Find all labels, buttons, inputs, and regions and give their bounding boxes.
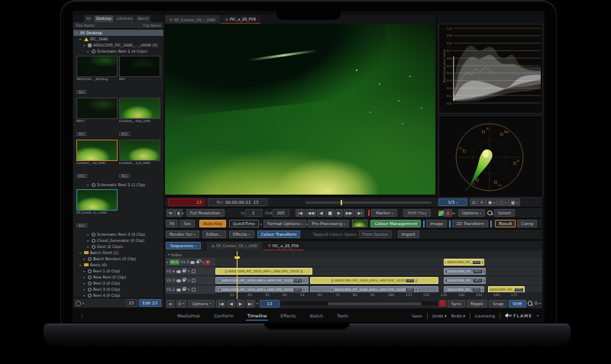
scrollbar-thumb[interactable] (328, 302, 422, 305)
sequence-tab[interactable]: ⚠SP_Conten_03_r_UHD (207, 242, 262, 250)
result-button[interactable]: Result (495, 220, 516, 227)
layout-2-button[interactable]: ◻ (497, 198, 509, 206)
tree-caret-icon[interactable]: ▾ (83, 282, 86, 285)
opacity-icon[interactable]: % (187, 279, 190, 282)
tree-caret-icon[interactable]: ▾ (83, 275, 86, 279)
undo-button[interactable]: Undo ▾ (432, 314, 447, 318)
tree-item[interactable]: ▾Schematic Reel 1 (4 Clips) (73, 48, 163, 54)
ripple-button[interactable]: Ripple (467, 300, 487, 308)
tree-caret-icon[interactable]: ▾ (76, 31, 79, 35)
track-header[interactable]: V1.4% (165, 267, 215, 275)
media-tab-desktop[interactable]: Desktop (94, 15, 114, 22)
fx-node-image[interactable]: Image (426, 220, 447, 227)
edit-fps-button[interactable]: Edit 23 (139, 299, 161, 307)
tree-caret-icon[interactable]: ▾ (79, 263, 82, 267)
fx-node-handle[interactable] (449, 221, 451, 227)
tree-item[interactable]: ▾Reel 1 (0 Clip) (73, 268, 163, 274)
timeline-clip[interactable]: A001C005_PIC_MOV (444, 268, 486, 275)
media-thumbnail[interactable]: REF (119, 56, 160, 96)
clip-handle-right[interactable] (302, 288, 306, 292)
tree-caret-icon[interactable]: ▾ (87, 239, 90, 243)
track-lane[interactable]: A001C005_PIC_MOV (215, 258, 542, 266)
clip-handle-left[interactable] (488, 288, 489, 292)
clip-handle-left[interactable] (218, 288, 221, 292)
tree-item[interactable]: ▾Batch Renders (0 Clip) (73, 256, 163, 262)
timeline-clip[interactable]: A001C005_PIC_1040_ADFx_v003 [PIC_1020]MO… (310, 277, 438, 284)
clip-handle-left[interactable] (225, 269, 228, 274)
media-tab-all[interactable]: All (84, 15, 93, 22)
tree-caret-icon[interactable]: ▾ (83, 269, 86, 273)
in-field[interactable]: 1 (245, 209, 262, 217)
clip-handle-left[interactable] (445, 269, 448, 274)
track-option-box[interactable] (192, 279, 196, 282)
tree-item[interactable]: ▾Dust (2 Clips) (73, 243, 163, 250)
redo-button[interactable]: Redo ▾ (451, 314, 465, 318)
chevron-down-icon[interactable]: ▾ (166, 260, 168, 264)
current-frame-field[interactable]: 13 (260, 300, 280, 308)
focus-badge[interactable]: F (205, 260, 210, 265)
chevron-down-icon[interactable]: ▾ (257, 301, 258, 305)
clip-name-header[interactable]: Clip Name (143, 24, 161, 27)
home-view-button[interactable]: ⌂ (470, 198, 477, 206)
tree-item[interactable]: ▾A001C005_PIC_1646_..._v00W (5) (73, 42, 163, 48)
tagged-colour-space-value[interactable]: From Source (359, 230, 391, 238)
out-field[interactable]: 205 (273, 209, 289, 217)
tree-caret-icon[interactable]: ▾ (87, 50, 90, 53)
visibility-eye-icon[interactable] (176, 279, 181, 282)
workspace-tab-tools[interactable]: Tools (335, 311, 350, 321)
fx-node-2d-transform[interactable]: 2D Transform (452, 220, 488, 227)
sequence-tab[interactable]: ◎PIC_a_28_F09 (263, 242, 303, 250)
media-count-field[interactable]: 23 (126, 299, 137, 307)
opacity-icon[interactable]: % (187, 288, 190, 292)
viewer-zoom-dropdown[interactable]: 1/5 (438, 198, 467, 206)
position-slider[interactable] (306, 201, 432, 204)
zoom-timeline-icon[interactable] (528, 301, 533, 306)
timecode-field[interactable]: 13 (168, 198, 205, 206)
transport-button-6[interactable]: ▶| (355, 209, 364, 217)
chevron-right-icon[interactable]: ▸ (260, 222, 262, 226)
fx-node-thumbnail[interactable] (352, 220, 367, 227)
vectorscope[interactable]: R Mg B Cy G Yl (438, 115, 543, 198)
chevron-down-icon[interactable]: ▾ (82, 301, 84, 305)
tree-item[interactable]: ▾PIC_1646 (73, 36, 163, 42)
timeline-clip[interactable]: A001C005_PIC_1020_ADFx_v00a [PIC_1010] (215, 268, 312, 275)
chevron-down-ic[interactable]: ▾ (537, 314, 538, 317)
layout-1-button[interactable]: ▣ (486, 198, 497, 206)
transport-button-5[interactable]: ▶▶ (344, 209, 354, 217)
pan-button[interactable]: ✛ (477, 198, 486, 206)
track-option-box[interactable] (192, 269, 196, 273)
workspace-tab-conform[interactable]: Conform (212, 311, 235, 321)
media-thumbnail[interactable]: Content_..03_UHDMOV (76, 140, 118, 180)
track-header[interactable]: V1.3% (165, 276, 215, 285)
step-back-button[interactable]: ◀ (227, 300, 234, 308)
sequences-dropdown[interactable]: Sequences (166, 242, 201, 250)
visibility-eye-icon[interactable] (176, 288, 181, 292)
media-thumbnail[interactable]: SP_Conte..3_r UHDMOV (76, 189, 118, 230)
transport-button-4[interactable]: ▶ (335, 209, 343, 217)
track-option-box[interactable] (192, 288, 196, 292)
media-tab-libraries[interactable]: Libraries (115, 15, 135, 22)
track-lane[interactable]: A001C005_PIC_1020_ADFx_v00a [PIC_1010]A0… (215, 267, 542, 275)
viewer-image[interactable] (165, 24, 435, 195)
visibility-eye-icon[interactable] (190, 261, 195, 264)
fx-node-handle[interactable] (423, 221, 425, 227)
slider-playhead-tick[interactable] (341, 200, 342, 205)
tree-caret-icon[interactable]: ▾ (83, 43, 86, 47)
tree-item[interactable]: ▾Schematic Reel 3 (0 Clip) (73, 231, 163, 237)
effects-dropdown[interactable]: Effects (229, 230, 254, 238)
clip-handle-left[interactable] (331, 288, 334, 292)
fx-node-colour-management[interactable]: Colour Management (370, 220, 421, 227)
tree-item[interactable]: ▾Reels (6) (73, 262, 163, 268)
visibility-eye-icon[interactable] (176, 270, 181, 273)
format-options-dropdown[interactable]: Format Options (263, 220, 306, 227)
tree-caret-icon[interactable]: ▾ (87, 245, 90, 249)
tree-caret-icon[interactable]: ▾ (83, 257, 86, 261)
tree-caret-icon[interactable]: ▾ (83, 288, 86, 292)
viewer-tab[interactable]: ◎PIC_a_28_F09 (221, 15, 260, 24)
playhead-handle[interactable] (234, 256, 240, 259)
licensing-button[interactable]: Licensing (475, 314, 495, 318)
marker-dropdown[interactable]: Marker (371, 209, 397, 217)
full-resolution-button[interactable]: Full Resolution (186, 209, 225, 217)
search-icon[interactable] (487, 211, 493, 216)
track-header[interactable]: V1.2% (165, 285, 215, 294)
